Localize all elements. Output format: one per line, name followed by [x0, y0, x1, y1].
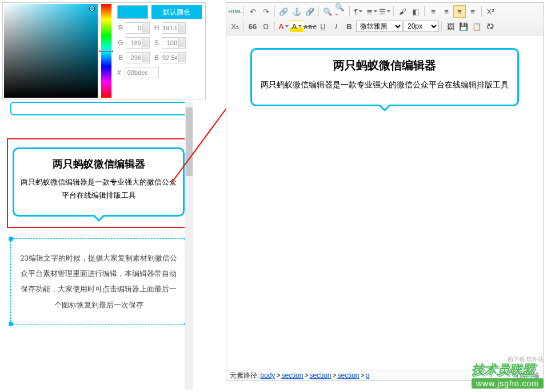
color-controls: 默认颜色 R H G S B B # — [114, 3, 205, 99]
template-dashed-card[interactable]: 23编辑文字的时候，提倡大家复制素材到微信公众平台素材管理里面进行编辑，本编辑器… — [10, 238, 187, 325]
anchor-button[interactable]: ⚓ — [290, 5, 303, 18]
source-button[interactable]: HTML — [229, 5, 241, 18]
canvas-title: 两只蚂蚁微信编辑器 — [258, 58, 512, 73]
watermark: 西下载 软件站 技术员联盟 www.jsgho.com — [472, 361, 544, 389]
autoformat-button[interactable]: ¶ — [352, 5, 365, 18]
path-section-1[interactable]: section — [281, 370, 303, 380]
editor-canvas[interactable]: 两只蚂蚁微信编辑器 两只蚂蚁微信编辑器是一款专业强大的微信公众平台在线编辑排版工… — [226, 35, 543, 370]
template-selected-frame: 两只蚂蚁微信编辑器 两只蚂蚁微信编辑器是一款专业强大的微信公众平台在线编辑排版工… — [7, 138, 190, 228]
canvas-desc: 两只蚂蚁微信编辑器是一款专业强大的微信公众平台在线编辑排版工具 — [258, 78, 512, 92]
path-p[interactable]: p — [366, 370, 370, 380]
template-desc: 两只蚂蚁微信编辑器是一款专业强大的微信公众平台在线编辑排版工具 — [20, 175, 177, 202]
font-family-select[interactable]: 微软雅黑 — [356, 21, 403, 32]
blockquote-button[interactable]: 66 — [246, 20, 259, 33]
template-list: 请输入内容 两只蚂蚁微信编辑器 两只蚂蚁微信编辑器是一款专业强大的微信公众平台在… — [5, 102, 193, 390]
replace-button[interactable]: 🔍⁺ — [334, 5, 347, 18]
path-label: 元素路径: — [230, 370, 259, 380]
path-section-3[interactable]: section — [337, 370, 359, 380]
backcolor-button[interactable]: A — [290, 20, 303, 33]
bold-button[interactable]: B — [343, 20, 356, 33]
paste-button[interactable]: 📋 — [470, 20, 483, 33]
rich-text-editor: HTML ↶ ↷ 🔗 ⚓ 🔗̸ 🔍 🔍⁺ ¶ ≣ ☰ 🖌 ◧ ≡ ≡ ≡ ≡ X… — [226, 2, 544, 381]
template-dashed-text: 23编辑文字的时候，提倡大家复制素材到微信公众平台素材管理里面进行编辑，本编辑器… — [20, 254, 177, 309]
strikethrough-button[interactable]: ᴀʙᴄ — [304, 20, 316, 33]
unlink-button[interactable]: 🔗̸ — [304, 5, 316, 18]
brightness-input[interactable] — [162, 52, 186, 63]
link-button[interactable]: 🔗 — [277, 5, 290, 18]
image-button[interactable]: 🖼 — [444, 20, 457, 33]
path-section-2[interactable]: section — [309, 370, 331, 380]
underline-button[interactable]: U — [317, 20, 329, 33]
forecolor-button[interactable]: A — [277, 20, 290, 33]
specialchar-button[interactable]: Ω — [259, 20, 272, 33]
editor-toolbar: HTML ↶ ↷ 🔗 ⚓ 🔗̸ 🔍 🔍⁺ ¶ ≣ ☰ 🖌 ◧ ≡ ≡ ≡ ≡ X… — [226, 3, 543, 35]
superscript-button[interactable]: X² — [484, 5, 497, 18]
restore-button[interactable]: 🗘 — [484, 20, 496, 33]
lineheight-button[interactable]: ☰ — [378, 5, 391, 18]
default-color-button[interactable]: 默认颜色 — [151, 5, 202, 19]
undo-button[interactable]: ↶ — [246, 5, 259, 18]
template-cut-item[interactable]: 请输入内容 — [10, 102, 187, 115]
align-left-button[interactable]: ≡ — [427, 5, 440, 18]
path-body[interactable]: body — [260, 370, 275, 380]
indent-button[interactable]: ≣ — [365, 5, 378, 18]
hex-input[interactable] — [125, 67, 159, 78]
subscript-button[interactable]: X₂ — [229, 20, 241, 33]
template-card-callout[interactable]: 两只蚂蚁微信编辑器 两只蚂蚁微信编辑器是一款专业强大的微信公众平台在线编辑排版工… — [13, 147, 185, 217]
redo-button[interactable]: ↷ — [259, 5, 272, 18]
align-justify-button[interactable]: ≡ — [466, 5, 479, 18]
brush-button[interactable]: 🖌 — [396, 5, 409, 18]
saturation-value-area[interactable] — [4, 4, 98, 98]
color-picker-panel: 默认颜色 R H G S B B # — [2, 2, 206, 99]
align-right-button[interactable]: ≡ — [440, 5, 453, 18]
template-title: 两只蚂蚁微信编辑器 — [20, 157, 177, 171]
eraser-button[interactable]: ◧ — [409, 5, 422, 18]
color-swatch — [117, 5, 148, 19]
save-button[interactable]: 💾 — [457, 20, 470, 33]
font-size-select[interactable]: 20px — [404, 21, 439, 32]
h-input[interactable] — [162, 22, 186, 34]
r-input[interactable] — [126, 22, 150, 34]
hue-slider[interactable] — [101, 4, 111, 98]
b-input[interactable] — [126, 52, 150, 63]
find-button[interactable]: 🔍 — [321, 5, 334, 18]
align-center-button[interactable]: ≡ — [453, 5, 466, 18]
canvas-card[interactable]: 两只蚂蚁微信编辑器 两只蚂蚁微信编辑器是一款专业强大的微信公众平台在线编辑排版工… — [250, 48, 519, 106]
italic-button[interactable]: I — [330, 20, 342, 33]
s-input[interactable] — [162, 37, 186, 49]
scrollbar[interactable] — [185, 102, 193, 390]
g-input[interactable] — [126, 37, 150, 49]
